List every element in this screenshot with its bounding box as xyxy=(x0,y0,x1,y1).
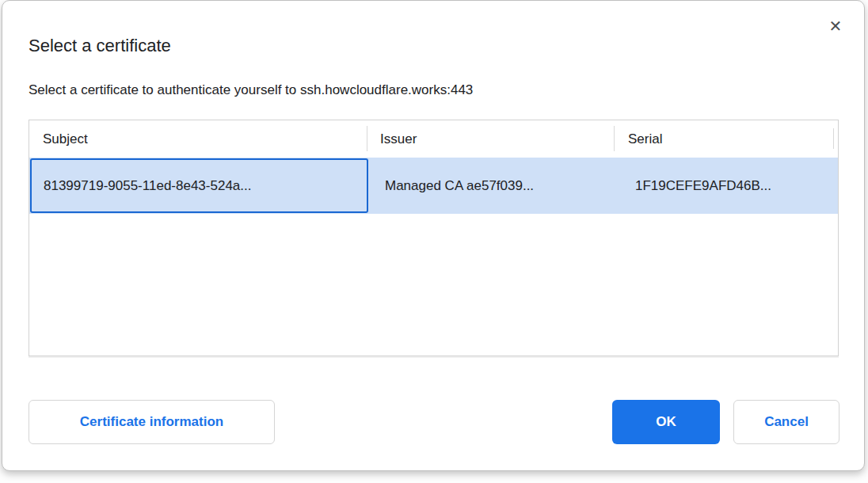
certificate-information-button[interactable]: Certificate information xyxy=(29,400,275,444)
column-divider xyxy=(833,128,834,149)
table-header-row: Subject Issuer Serial xyxy=(29,120,838,158)
column-header-issuer: Issuer xyxy=(367,120,614,158)
cell-issuer: Managed CA ae57f039... xyxy=(368,158,615,214)
dialog-subtitle: Select a certificate to authenticate you… xyxy=(29,82,473,98)
cell-subject: 81399719-9055-11ed-8e43-524a... xyxy=(30,158,368,213)
certificate-table: Subject Issuer Serial 81399719-9055-11ed… xyxy=(29,120,839,356)
column-header-subject: Subject xyxy=(29,120,367,158)
cancel-button[interactable]: Cancel xyxy=(733,400,839,444)
cell-serial: 1F19CEFE9AFD46B... xyxy=(615,158,838,214)
column-divider xyxy=(614,126,615,151)
certificate-row-selected[interactable]: 81399719-9055-11ed-8e43-524a... Managed … xyxy=(29,158,838,214)
close-icon[interactable]: ✕ xyxy=(823,13,848,39)
column-header-serial: Serial xyxy=(614,120,838,158)
certificate-select-dialog: ✕ Select a certificate Select a certific… xyxy=(2,0,865,471)
ok-button[interactable]: OK xyxy=(612,400,720,444)
dialog-title: Select a certificate xyxy=(29,36,171,56)
column-divider xyxy=(367,126,367,151)
